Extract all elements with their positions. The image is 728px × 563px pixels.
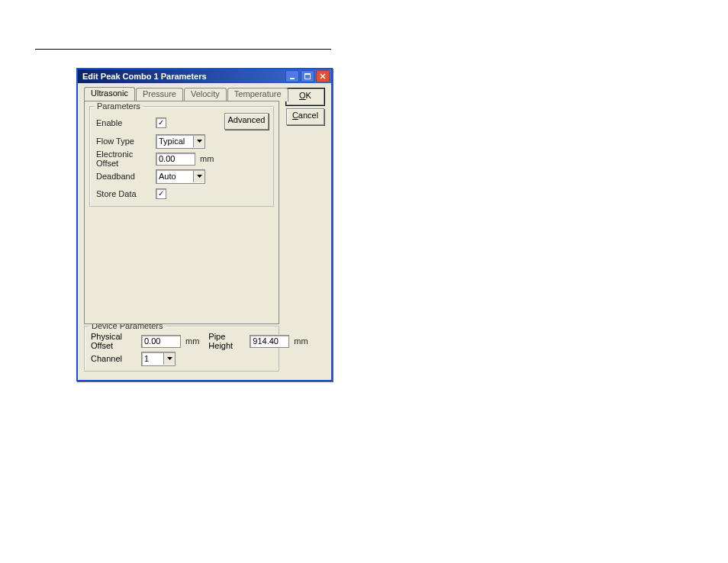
ok-button[interactable]: OK — [286, 88, 324, 105]
advanced-button[interactable]: Advanced — [224, 113, 269, 130]
input-physical-offset[interactable]: 0.00 — [141, 335, 181, 348]
legend-parameters: Parameters — [95, 101, 143, 111]
cancel-button[interactable]: Cancel — [286, 108, 324, 125]
chevron-down-icon — [163, 353, 175, 365]
input-electronic-offset[interactable]: 0.00 — [156, 153, 195, 166]
svg-marker-6 — [197, 175, 202, 178]
svg-marker-5 — [197, 140, 202, 143]
chevron-down-icon — [193, 171, 205, 182]
close-icon — [320, 73, 326, 79]
select-deadband-value: Auto — [159, 172, 176, 181]
cancel-mnemonic: C — [292, 111, 298, 120]
fieldset-device-parameters: Device Parameters Physical Offset 0.00 m… — [84, 326, 279, 372]
horizontal-rule — [35, 49, 331, 50]
tab-temperature[interactable]: Temperature — [227, 88, 288, 101]
input-pipe-height[interactable]: 914.40 — [250, 335, 289, 348]
unit-electronic-offset: mm — [200, 154, 214, 163]
tab-strip: Ultrasonic Pressure Velocity Temperature — [84, 87, 279, 101]
label-channel: Channel — [91, 354, 141, 363]
tab-ultrasonic[interactable]: Ultrasonic — [84, 87, 135, 101]
checkbox-enable[interactable]: ✓ — [156, 117, 166, 128]
unit-physical-offset: mm — [185, 336, 199, 346]
tab-control: Ultrasonic Pressure Velocity Temperature… — [84, 87, 279, 323]
dialog-edit-parameters: Edit Peak Combo 1 Parameters OK Cancel U… — [76, 68, 333, 381]
label-physical-offset: Physical Offset — [91, 332, 141, 350]
select-flow-type[interactable]: Typical — [156, 134, 205, 149]
maximize-icon — [304, 73, 311, 79]
close-button[interactable] — [316, 70, 330, 82]
label-pipe-height: Pipe Height — [208, 332, 250, 350]
titlebar: Edit Peak Combo 1 Parameters — [78, 69, 331, 83]
chevron-down-icon — [193, 136, 205, 147]
checkmark-icon: ✓ — [158, 119, 164, 127]
window-controls — [285, 70, 330, 82]
ok-mnemonic: O — [299, 91, 306, 100]
select-deadband[interactable]: Auto — [156, 169, 205, 184]
label-enable: Enable — [96, 118, 156, 127]
checkbox-store-data[interactable]: ✓ — [156, 188, 166, 199]
select-channel-value: 1 — [144, 354, 149, 363]
svg-rect-2 — [304, 73, 311, 75]
checkmark-icon: ✓ — [158, 190, 164, 198]
label-flow-type: Flow Type — [96, 137, 156, 146]
fieldset-parameters: Parameters Advanced Enable ✓ Flow Type T… — [89, 106, 274, 207]
client-area: OK Cancel Ultrasonic Pressure Velocity T… — [78, 83, 331, 380]
unit-pipe-height: mm — [294, 336, 308, 346]
minimize-button[interactable] — [285, 70, 299, 82]
label-deadband: Deadband — [96, 172, 156, 181]
maximize-button[interactable] — [301, 70, 314, 82]
window-title: Edit Peak Combo 1 Parameters — [82, 72, 207, 81]
tab-page-ultrasonic: Parameters Advanced Enable ✓ Flow Type T… — [84, 101, 279, 324]
minimize-icon — [289, 73, 295, 79]
tab-velocity[interactable]: Velocity — [184, 88, 227, 101]
select-channel[interactable]: 1 — [141, 352, 176, 366]
label-electronic-offset: Electronic Offset — [96, 150, 156, 168]
label-store-data: Store Data — [96, 189, 156, 198]
tab-pressure[interactable]: Pressure — [136, 88, 183, 101]
svg-rect-0 — [290, 78, 295, 79]
svg-marker-7 — [167, 357, 172, 360]
select-flow-type-value: Typical — [159, 137, 185, 146]
